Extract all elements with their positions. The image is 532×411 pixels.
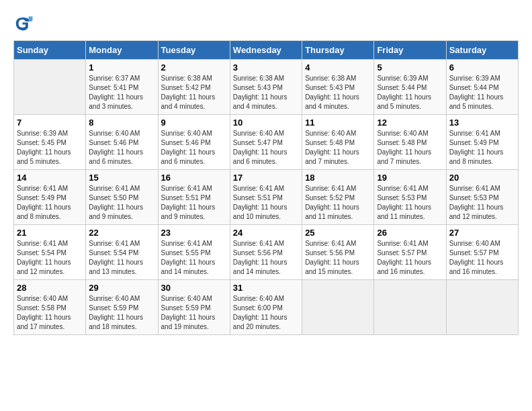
- calendar-cell: [446, 280, 518, 335]
- daylight-text: Daylight: 11 hours and 10 minutes.: [233, 203, 299, 222]
- day-info: Sunrise: 6:38 AMSunset: 5:43 PMDaylight:…: [305, 74, 371, 111]
- sunset-text: Sunset: 5:53 PM: [377, 193, 443, 203]
- day-info: Sunrise: 6:38 AMSunset: 5:42 PMDaylight:…: [161, 74, 227, 111]
- day-number: 6: [449, 62, 515, 73]
- calendar-cell: 17Sunrise: 6:41 AMSunset: 5:51 PMDayligh…: [230, 170, 302, 225]
- day-number: 15: [89, 173, 154, 183]
- daylight-text: Daylight: 11 hours and 20 minutes.: [233, 313, 299, 332]
- sunrise-text: Sunrise: 6:39 AM: [377, 74, 443, 83]
- sunrise-text: Sunrise: 6:41 AM: [161, 239, 227, 248]
- daylight-text: Daylight: 11 hours and 14 minutes.: [161, 258, 227, 277]
- daylight-text: Daylight: 11 hours and 17 minutes.: [17, 313, 83, 332]
- sunrise-text: Sunrise: 6:41 AM: [17, 184, 83, 193]
- daylight-text: Daylight: 11 hours and 15 minutes.: [305, 258, 371, 277]
- calendar-cell: 4Sunrise: 6:38 AMSunset: 5:43 PMDaylight…: [302, 60, 374, 115]
- calendar-cell: 20Sunrise: 6:41 AMSunset: 5:53 PMDayligh…: [446, 170, 518, 225]
- daylight-text: Daylight: 11 hours and 5 minutes.: [449, 93, 515, 111]
- day-info: Sunrise: 6:41 AMSunset: 5:56 PMDaylight:…: [305, 239, 371, 277]
- sunrise-text: Sunrise: 6:40 AM: [305, 129, 371, 138]
- daylight-text: Daylight: 11 hours and 4 minutes.: [161, 93, 227, 111]
- day-number: 20: [449, 173, 515, 183]
- day-number: 31: [233, 283, 299, 293]
- calendar-header-row: SundayMondayTuesdayWednesdayThursdayFrid…: [14, 41, 519, 60]
- day-info: Sunrise: 6:38 AMSunset: 5:43 PMDaylight:…: [233, 74, 299, 111]
- sunrise-text: Sunrise: 6:40 AM: [161, 129, 227, 138]
- calendar-cell: 8Sunrise: 6:40 AMSunset: 5:46 PMDaylight…: [86, 115, 158, 170]
- sunset-text: Sunset: 5:54 PM: [89, 248, 154, 258]
- day-number: 9: [161, 118, 227, 128]
- calendar-cell: 3Sunrise: 6:38 AMSunset: 5:43 PMDaylight…: [230, 60, 302, 115]
- calendar-cell: 6Sunrise: 6:39 AMSunset: 5:44 PMDaylight…: [446, 60, 518, 115]
- daylight-text: Daylight: 11 hours and 12 minutes.: [449, 203, 515, 222]
- day-info: Sunrise: 6:40 AMSunset: 5:57 PMDaylight:…: [449, 239, 515, 277]
- day-info: Sunrise: 6:40 AMSunset: 5:46 PMDaylight:…: [161, 129, 227, 167]
- day-info: Sunrise: 6:40 AMSunset: 5:47 PMDaylight:…: [233, 129, 299, 167]
- sunrise-text: Sunrise: 6:41 AM: [233, 184, 299, 193]
- sunrise-text: Sunrise: 6:38 AM: [233, 74, 299, 83]
- sunset-text: Sunset: 5:51 PM: [233, 193, 299, 203]
- sunset-text: Sunset: 5:57 PM: [377, 248, 443, 258]
- day-number: 22: [89, 228, 154, 238]
- column-header-thursday: Thursday: [302, 41, 374, 60]
- calendar-cell: 30Sunrise: 6:40 AMSunset: 5:59 PMDayligh…: [158, 280, 230, 335]
- calendar-cell: 13Sunrise: 6:41 AMSunset: 5:49 PMDayligh…: [446, 115, 518, 170]
- calendar-cell: 31Sunrise: 6:40 AMSunset: 6:00 PMDayligh…: [230, 280, 302, 335]
- day-number: 19: [377, 173, 443, 183]
- sunset-text: Sunset: 5:43 PM: [233, 83, 299, 93]
- sunset-text: Sunset: 5:47 PM: [233, 138, 299, 148]
- calendar-cell: 19Sunrise: 6:41 AMSunset: 5:53 PMDayligh…: [374, 170, 446, 225]
- calendar-week-row: 1Sunrise: 6:37 AMSunset: 5:41 PMDaylight…: [14, 60, 519, 115]
- day-number: 13: [449, 118, 515, 128]
- day-number: 3: [233, 62, 299, 73]
- daylight-text: Daylight: 11 hours and 3 minutes.: [89, 93, 154, 111]
- calendar-cell: 12Sunrise: 6:40 AMSunset: 5:48 PMDayligh…: [374, 115, 446, 170]
- sunrise-text: Sunrise: 6:41 AM: [17, 239, 83, 248]
- calendar-cell: 7Sunrise: 6:39 AMSunset: 5:45 PMDaylight…: [14, 115, 86, 170]
- sunrise-text: Sunrise: 6:41 AM: [89, 184, 154, 193]
- sunset-text: Sunset: 5:46 PM: [161, 138, 227, 148]
- sunset-text: Sunset: 5:43 PM: [305, 83, 371, 93]
- calendar-cell: 1Sunrise: 6:37 AMSunset: 5:41 PMDaylight…: [86, 60, 158, 115]
- daylight-text: Daylight: 11 hours and 8 minutes.: [17, 203, 83, 222]
- calendar-cell: 28Sunrise: 6:40 AMSunset: 5:58 PMDayligh…: [14, 280, 86, 335]
- day-number: 25: [305, 228, 371, 238]
- day-info: Sunrise: 6:40 AMSunset: 5:59 PMDaylight:…: [161, 294, 227, 332]
- daylight-text: Daylight: 11 hours and 11 minutes.: [305, 203, 371, 222]
- calendar-cell: 27Sunrise: 6:40 AMSunset: 5:57 PMDayligh…: [446, 225, 518, 280]
- daylight-text: Daylight: 11 hours and 12 minutes.: [17, 258, 83, 277]
- daylight-text: Daylight: 11 hours and 5 minutes.: [377, 93, 443, 111]
- day-number: 29: [89, 283, 154, 293]
- sunset-text: Sunset: 5:59 PM: [161, 304, 227, 313]
- day-info: Sunrise: 6:41 AMSunset: 5:52 PMDaylight:…: [305, 184, 371, 222]
- calendar-cell: 23Sunrise: 6:41 AMSunset: 5:55 PMDayligh…: [158, 225, 230, 280]
- calendar-cell: 18Sunrise: 6:41 AMSunset: 5:52 PMDayligh…: [302, 170, 374, 225]
- day-number: 27: [449, 228, 515, 238]
- daylight-text: Daylight: 11 hours and 19 minutes.: [161, 313, 227, 332]
- sunrise-text: Sunrise: 6:41 AM: [449, 184, 515, 193]
- sunset-text: Sunset: 5:49 PM: [17, 193, 83, 203]
- sunset-text: Sunset: 5:41 PM: [89, 83, 154, 93]
- day-number: 16: [161, 173, 227, 183]
- sunrise-text: Sunrise: 6:40 AM: [89, 129, 154, 138]
- sunrise-text: Sunrise: 6:40 AM: [17, 294, 83, 304]
- calendar-cell: 22Sunrise: 6:41 AMSunset: 5:54 PMDayligh…: [86, 225, 158, 280]
- day-number: 5: [377, 62, 443, 73]
- day-info: Sunrise: 6:41 AMSunset: 5:55 PMDaylight:…: [161, 239, 227, 277]
- daylight-text: Daylight: 11 hours and 6 minutes.: [161, 148, 227, 167]
- day-number: 18: [305, 173, 371, 183]
- calendar-cell: 26Sunrise: 6:41 AMSunset: 5:57 PMDayligh…: [374, 225, 446, 280]
- day-number: 7: [17, 118, 83, 128]
- day-info: Sunrise: 6:41 AMSunset: 5:56 PMDaylight:…: [233, 239, 299, 277]
- day-number: 23: [161, 228, 227, 238]
- sunrise-text: Sunrise: 6:40 AM: [233, 129, 299, 138]
- sunset-text: Sunset: 5:54 PM: [17, 248, 83, 258]
- day-info: Sunrise: 6:41 AMSunset: 5:50 PMDaylight:…: [89, 184, 154, 222]
- column-header-saturday: Saturday: [446, 41, 518, 60]
- day-info: Sunrise: 6:37 AMSunset: 5:41 PMDaylight:…: [89, 74, 154, 111]
- day-info: Sunrise: 6:41 AMSunset: 5:53 PMDaylight:…: [377, 184, 443, 222]
- calendar-week-row: 14Sunrise: 6:41 AMSunset: 5:49 PMDayligh…: [14, 170, 519, 225]
- day-info: Sunrise: 6:41 AMSunset: 5:51 PMDaylight:…: [233, 184, 299, 222]
- sunset-text: Sunset: 5:57 PM: [449, 248, 515, 258]
- sunset-text: Sunset: 5:59 PM: [89, 304, 154, 313]
- sunrise-text: Sunrise: 6:41 AM: [305, 184, 371, 193]
